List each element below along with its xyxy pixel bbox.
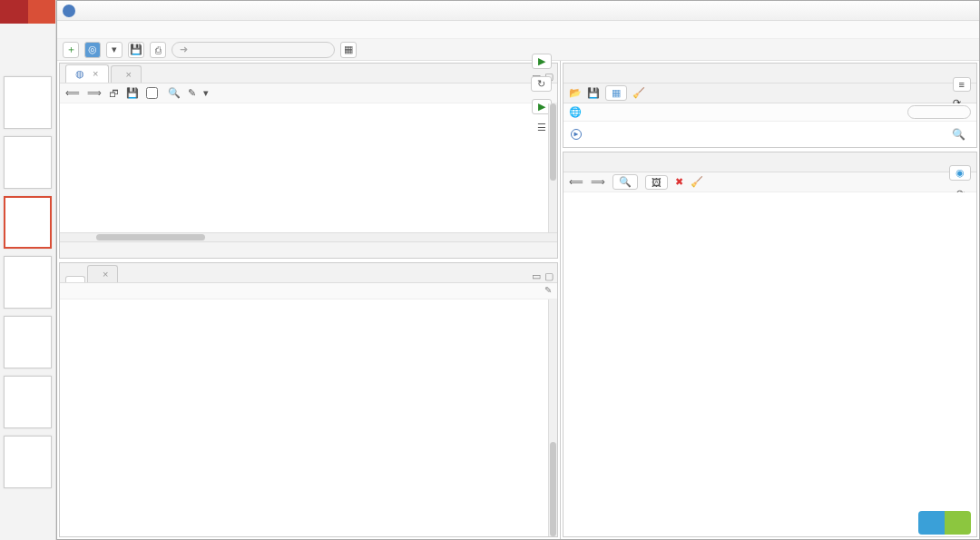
maximize-pane-icon[interactable]: ▢ [544,270,554,282]
maximize-button[interactable] [917,1,948,21]
slide-thumbnail[interactable] [4,76,52,129]
console-output[interactable] [60,299,557,536]
compile-icon[interactable]: ▾ [203,87,209,99]
env-variable-row[interactable]: ▶ 🔍 [571,127,969,142]
editor-vscrollbar[interactable] [550,103,556,181]
open-button[interactable]: ▾ [106,42,122,58]
background-powerpoint-strip [0,0,56,540]
slide-thumbnail[interactable] [4,316,52,368]
console-tabs: × ▭ ▢ [60,263,557,283]
slide-thumbnail[interactable] [4,136,52,189]
save-icon[interactable]: 💾 [587,87,600,99]
slide-thumbnail[interactable] [4,376,52,428]
clear-all-icon[interactable]: 🧹 [691,176,703,188]
menubar [57,21,979,39]
rerun-button[interactable]: ↻ [531,76,552,92]
tab-jobs[interactable]: × [87,265,118,282]
slide-thumbnail[interactable] [4,256,52,309]
close-icon[interactable]: × [126,69,132,80]
rstudio-icon [63,5,75,17]
ppt-quick-format[interactable] [0,46,28,69]
editor-hscrollbar[interactable] [60,232,557,241]
next-plot-icon[interactable]: ⟹ [591,176,605,188]
minimize-button[interactable] [887,1,917,21]
slide-thumbnail[interactable] [4,196,52,249]
watermark-logo [918,511,971,536]
ppt-quick-cut[interactable] [28,24,56,46]
slide-thumbnail[interactable] [4,436,52,488]
plots-tabs [564,152,976,172]
grid-button[interactable]: ▦ [340,42,357,58]
minimize-pane-icon[interactable]: ▭ [532,270,541,282]
close-icon[interactable]: × [93,68,98,79]
save-button[interactable]: 💾 [128,42,144,58]
ppt-tab-start[interactable] [0,0,28,24]
editor-statusbar [60,241,557,258]
wand-icon[interactable]: ✎ [188,87,196,99]
source-on-save-checkbox[interactable] [146,87,161,99]
new-file-button[interactable]: ＋ [63,42,79,58]
ppt-tab-insert[interactable] [28,0,56,24]
console-path: ✎ [60,283,557,299]
source-tabs: ◍ × × ▭ ▢ [60,64,557,83]
titlebar[interactable] [57,1,979,21]
survival-plot [583,201,856,338]
ppt-quick-copy[interactable] [0,24,28,46]
broom-icon[interactable]: 🧹 [632,87,645,99]
prev-plot-icon[interactable]: ⟸ [569,176,583,188]
ppt-quick-slide[interactable] [28,46,56,69]
console-vscrollbar[interactable] [550,442,556,536]
zoom-button[interactable]: 🔍 [612,174,638,190]
save-icon[interactable]: 💾 [126,87,139,99]
tab-console[interactable] [65,276,85,282]
publish-dropdown[interactable]: ◉ [949,165,971,181]
back-icon[interactable]: ⟸ [65,87,80,99]
inspect-icon[interactable]: 🔍 [952,128,965,141]
plots-toolbar: ⟸ ⟹ 🔍 🖼 ✖ 🧹 ◉ ⟳ [564,172,976,192]
code-editor[interactable] [60,103,557,232]
close-button[interactable] [948,1,979,21]
env-tabs [564,64,976,83]
tab-ch08[interactable]: ◍ × [65,64,109,83]
forward-icon[interactable]: ⟹ [87,87,102,99]
env-search-input[interactable] [907,105,971,119]
rstudio-window: ＋ ◎ ▾ 💾 ⎙ ➜ ▦ ◍ × × ▭ ▢ ⟸ [56,0,980,540]
plot-area [564,192,976,536]
new-project-button[interactable]: ◎ [84,42,101,58]
export-dropdown[interactable]: 🖼 [645,175,668,190]
expand-icon[interactable]: ▶ [571,129,582,140]
show-in-new-icon[interactable]: 🗗 [109,88,119,99]
remove-plot-icon[interactable]: ✖ [675,176,683,188]
save-all-button[interactable]: ⎙ [150,42,166,58]
import-dataset-dropdown[interactable]: ▦ [605,85,627,101]
clear-console-icon[interactable]: ✎ [544,285,552,295]
load-icon[interactable]: 📂 [569,87,582,99]
env-toolbar: 📂 💾 ▦ 🧹 ≡ ⟳ [564,83,976,103]
tab-melanom[interactable]: × [111,65,142,83]
find-icon[interactable]: 🔍 [168,87,181,99]
source-toolbar: ⟸ ⟹ 🗗 💾 🔍 ✎ ▾ ▶ ↻ ▶ ☰ [60,83,557,103]
run-button[interactable]: ▶ [532,54,552,69]
view-list-dropdown[interactable]: ≡ [953,77,971,92]
goto-file-input[interactable]: ➜ [172,42,335,58]
r-icon: 🌐 [569,106,582,118]
env-scope-bar: 🌐 [564,103,976,122]
env-data-section: ▶ 🔍 [564,122,976,145]
main-toolbar: ＋ ◎ ▾ 💾 ⎙ ➜ ▦ [57,39,979,61]
